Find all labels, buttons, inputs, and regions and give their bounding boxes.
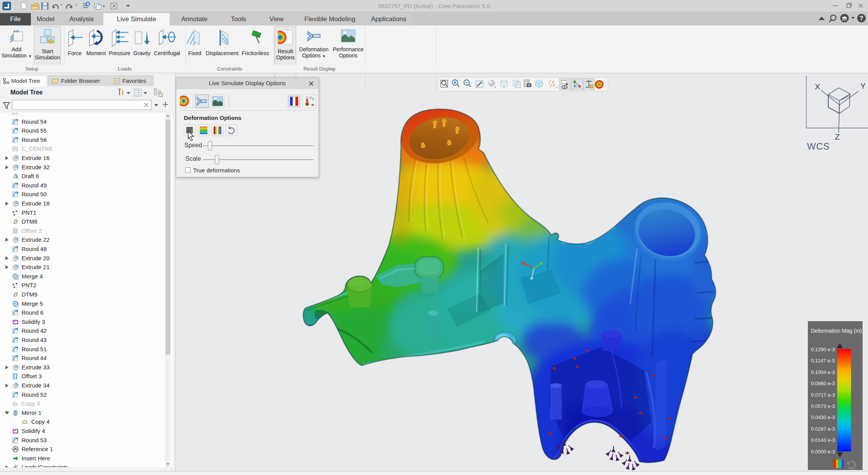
svg-text:X: X bbox=[815, 82, 820, 91]
svg-text:WCS: WCS bbox=[807, 141, 830, 150]
svg-text:Y: Y bbox=[860, 81, 866, 90]
svg-text:Z: Z bbox=[835, 132, 840, 141]
svg-text:?: ? bbox=[860, 15, 863, 22]
